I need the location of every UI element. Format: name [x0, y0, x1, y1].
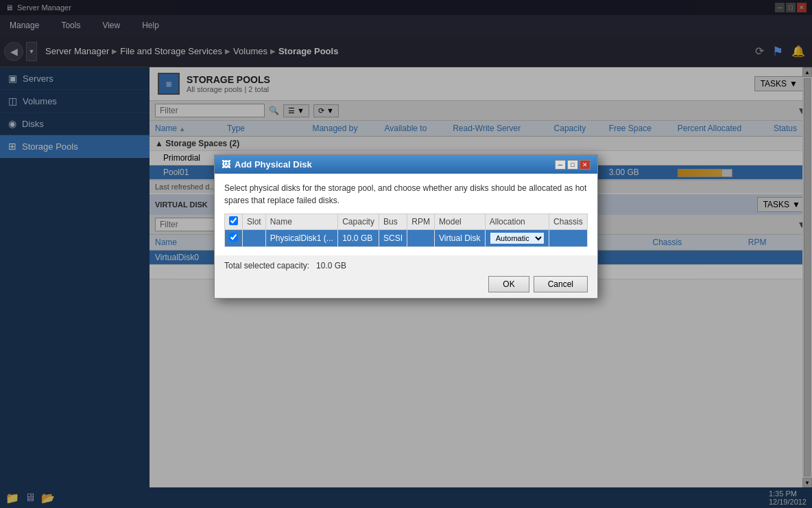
col-diskcapacity[interactable]: Capacity [338, 214, 379, 230]
dialog-description: Select physical disks for the storage po… [224, 182, 588, 207]
row-slot [243, 230, 266, 247]
col-diskchassis[interactable]: Chassis [549, 214, 588, 230]
col-checkbox [225, 214, 243, 230]
row-rpm [407, 230, 435, 247]
dialog-ok-button[interactable]: OK [488, 276, 529, 292]
row-checkbox-cell [225, 230, 243, 247]
add-physical-disk-dialog: 🖼 Add Physical Disk ─ □ ✕ Select physica… [214, 154, 598, 299]
dialog-minimize-button[interactable]: ─ [555, 160, 566, 170]
dialog-icon: 🖼 [222, 159, 230, 170]
col-diskbus[interactable]: Bus [379, 214, 407, 230]
dialog-cancel-button[interactable]: Cancel [534, 276, 588, 292]
select-all-checkbox[interactable] [229, 216, 238, 225]
row-chassis [549, 230, 588, 247]
dialog-disk-table: Slot Name Capacity Bus RPM Model Allocat… [224, 213, 588, 247]
dialog-capacity-row: Total selected capacity: 10.0 GB [224, 261, 588, 270]
row-model: Virtual Disk [435, 230, 486, 247]
total-capacity-label: Total selected capacity: [224, 261, 309, 270]
dialog-table-row[interactable]: PhysicalDisk1 (... 10.0 GB SCSI Virtual … [225, 230, 588, 247]
col-slot[interactable]: Slot [243, 214, 266, 230]
col-diskmodel[interactable]: Model [435, 214, 486, 230]
col-diskname[interactable]: Name [265, 214, 337, 230]
total-capacity-value: 10.0 GB [316, 261, 346, 270]
col-diskrpm[interactable]: RPM [407, 214, 435, 230]
dialog-title-controls: ─ □ ✕ [555, 160, 590, 170]
row-capacity: 10.0 GB [338, 230, 379, 247]
disk-checkbox[interactable] [229, 233, 238, 242]
dialog-content: Select physical disks for the storage po… [215, 174, 597, 255]
dialog-maximize-button[interactable]: □ [567, 160, 578, 170]
dialog-buttons: OK Cancel [224, 276, 588, 292]
dialog-footer: Total selected capacity: 10.0 GB OK Canc… [215, 255, 597, 298]
row-name: PhysicalDisk1 (... [265, 230, 337, 247]
modal-overlay: 🖼 Add Physical Disk ─ □ ✕ Select physica… [0, 0, 812, 508]
row-allocation: Automatic Hot Spare [485, 230, 549, 247]
dialog-title-group: 🖼 Add Physical Disk [222, 159, 312, 170]
dialog-table-header: Slot Name Capacity Bus RPM Model Allocat… [225, 214, 588, 230]
dialog-title-bar: 🖼 Add Physical Disk ─ □ ✕ [215, 155, 597, 174]
allocation-dropdown[interactable]: Automatic Hot Spare [490, 232, 545, 244]
col-diskallocation[interactable]: Allocation [485, 214, 549, 230]
dialog-title: Add Physical Disk [235, 159, 312, 170]
dialog-close-button[interactable]: ✕ [580, 160, 590, 170]
row-bus: SCSI [379, 230, 407, 247]
